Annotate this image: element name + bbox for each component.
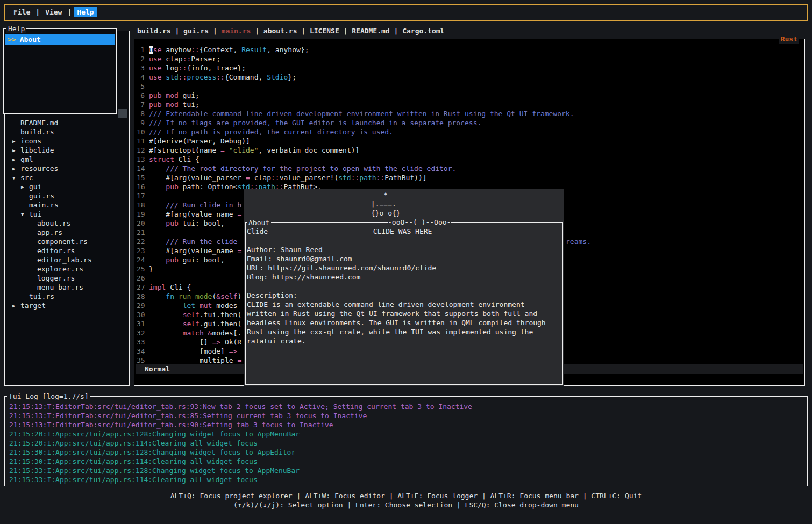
tree-item-explorer-rs[interactable]: explorer.rs xyxy=(5,264,129,274)
log-entry: 21:15:13:T:EditorTab:src/tui/editor_tab.… xyxy=(9,420,805,429)
code-token: modes xyxy=(212,302,237,310)
tab-gui-rs[interactable]: gui.rs xyxy=(183,27,209,35)
tree-item-gui[interactable]: ▶gui xyxy=(5,182,129,191)
code-line: 14 /// The root directory for the projec… xyxy=(136,164,803,173)
code-token: /// If no flags are provided, the GUI ed… xyxy=(149,119,481,127)
code-token: /// If no path is provided, the current … xyxy=(149,128,393,136)
chevron-right-icon: ▶ xyxy=(12,302,20,311)
tree-item-label: resources xyxy=(20,164,58,173)
line-number: 23 xyxy=(137,246,145,255)
menu-item-view[interactable]: View xyxy=(42,7,65,17)
scrollbar-thumb[interactable] xyxy=(118,109,127,118)
code-token xyxy=(225,146,229,154)
code-token: pub xyxy=(166,183,178,191)
code-line: 15 #[arg(value_parser = clap::value_pars… xyxy=(136,173,803,182)
line-number: 1 xyxy=(137,45,145,54)
log-entry: 21:15:33:I:App:src/tui/app.rs:114:Cleari… xyxy=(9,475,805,484)
code-token xyxy=(149,311,183,319)
line-number: 2 xyxy=(137,54,145,63)
tree-item-menu-bar-rs[interactable]: menu_bar.rs xyxy=(5,283,129,292)
tree-item-logger-rs[interactable]: logger.rs xyxy=(5,274,129,283)
line-number: 34 xyxy=(137,347,145,356)
code-overflow-fragment: reams. xyxy=(566,237,591,246)
code-token: impl xyxy=(149,283,166,291)
menu-item-help[interactable]: Help xyxy=(74,7,96,17)
code-token: use xyxy=(149,55,161,63)
line-number: 24 xyxy=(137,255,145,264)
code-token: /// The root directory for the project t… xyxy=(166,164,456,173)
clide-ascii-art: * |.===. {}o o{} xyxy=(367,190,401,218)
code-token: .tui.then( xyxy=(200,311,241,319)
code-line: 1use anyhow::{Context, Result, anyhow}; xyxy=(136,45,803,54)
tab-separator: | xyxy=(297,27,309,35)
code-token: #[derive(Parser, Debug)] xyxy=(149,137,250,145)
code-token: modes[. xyxy=(212,329,241,337)
tree-item-editor-tab-rs[interactable]: editor_tab.rs xyxy=(5,255,129,264)
code-token: {Command, xyxy=(225,73,267,81)
code-token: Stdio xyxy=(267,73,288,81)
tree-item-icons[interactable]: ▶icons xyxy=(5,137,129,146)
tab-build-rs[interactable]: build.rs xyxy=(137,27,171,35)
code-token: multiple xyxy=(149,356,237,364)
line-number: 9 xyxy=(137,118,145,127)
code-token xyxy=(149,292,166,300)
code-line: 8/// Extendable command-line driven deve… xyxy=(136,109,803,118)
tab-license[interactable]: LICENSE xyxy=(310,27,339,35)
help-dropdown-title: Help xyxy=(6,24,26,33)
line-number: 29 xyxy=(137,301,145,310)
line-number: 27 xyxy=(137,283,145,292)
tree-item-src[interactable]: ▼src xyxy=(5,173,129,182)
menu-item-file[interactable]: File xyxy=(11,7,33,17)
tree-item-about-rs[interactable]: about.rs xyxy=(5,219,129,228)
code-token: :: xyxy=(376,174,385,182)
line-number: 21 xyxy=(137,228,145,237)
code-token xyxy=(149,219,166,227)
log-entries: 21:15:13:T:EditorTab:src/tui/editor_tab.… xyxy=(9,402,805,484)
tree-item-resources[interactable]: ▶resources xyxy=(5,164,129,173)
tree-item-target[interactable]: ▶target xyxy=(5,301,129,310)
tree-item-app-rs[interactable]: app.rs xyxy=(5,228,129,237)
chevron-right-icon: ▶ xyxy=(12,137,20,146)
tree-item-libclide[interactable]: ▶libclide xyxy=(5,146,129,155)
tree-item-tui[interactable]: ▼tui xyxy=(5,210,129,219)
tab-main-rs[interactable]: main.rs xyxy=(222,27,251,35)
code-token: ) xyxy=(237,292,241,300)
code-token: &self xyxy=(216,292,237,300)
tree-item-qml[interactable]: ▶qml xyxy=(5,155,129,164)
tree-item-component-rs[interactable]: component.rs xyxy=(5,237,129,246)
tree-item-gui-rs[interactable]: gui.rs xyxy=(5,191,129,200)
line-number: 22 xyxy=(137,237,145,246)
editor-mode-label: Normal xyxy=(145,365,170,373)
tree-item-label: component.rs xyxy=(37,238,88,246)
tab-cargo-toml[interactable]: Cargo.toml xyxy=(402,27,444,35)
tree-item-editor-rs[interactable]: editor.rs xyxy=(5,246,129,255)
tree-item-build-rs[interactable]: build.rs xyxy=(5,127,129,137)
tree-item-label: about.rs xyxy=(37,219,71,227)
tree-item-label: build.rs xyxy=(20,128,54,136)
code-token: se xyxy=(153,46,162,54)
code-token: #[arg(value_parser xyxy=(149,174,246,182)
tree-item-readme-md[interactable]: README.md xyxy=(5,118,129,127)
code-token xyxy=(195,302,200,310)
tab-about-rs[interactable]: about.rs xyxy=(263,27,297,35)
tree-item-tui-rs[interactable]: tui.rs xyxy=(5,292,129,301)
code-token: , anyhow}; xyxy=(267,46,309,54)
log-panel-title: Tui Log [log=1.7/s] xyxy=(7,392,90,401)
line-number: 6 xyxy=(137,91,145,100)
help-item-about[interactable]: >>About xyxy=(5,34,115,45)
log-panel[interactable]: Tui Log [log=1.7/s] 21:15:13:T:EditorTab… xyxy=(4,396,808,486)
tree-item-main-rs[interactable]: main.rs xyxy=(5,200,129,210)
tree-item-label: main.rs xyxy=(29,201,59,209)
code-token xyxy=(204,329,208,337)
tab-readme-md[interactable]: README.md xyxy=(352,27,389,35)
chevron-down-icon: ▼ xyxy=(21,210,29,219)
code-token: mut xyxy=(200,302,212,310)
tab-separator: | xyxy=(171,27,183,35)
selection-marker: >> xyxy=(8,35,16,44)
tree-item-label: logger.rs xyxy=(37,274,75,282)
code-token xyxy=(149,183,166,191)
code-line: 4use std::process::{Command, Stdio}; xyxy=(136,73,803,82)
line-number: 25 xyxy=(137,264,145,274)
code-token: pub xyxy=(149,101,161,109)
line-number: 28 xyxy=(137,292,145,301)
